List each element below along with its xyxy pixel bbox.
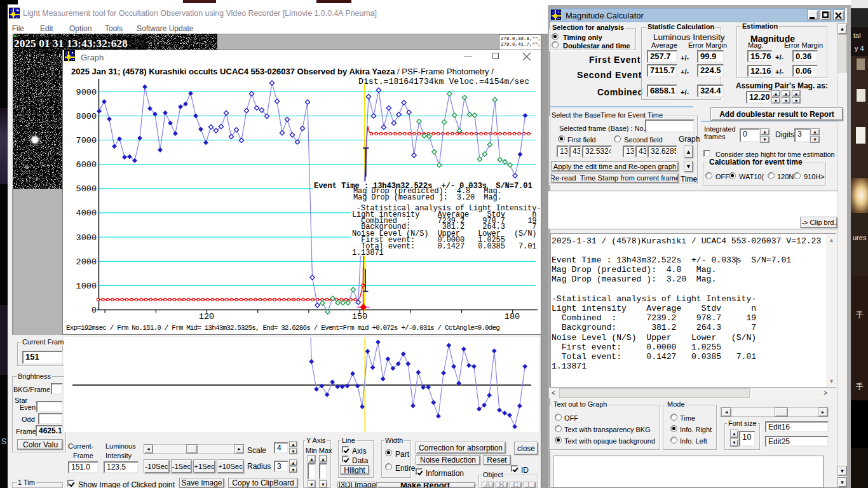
- svg-text:Background: 381.2 264: Background: 381.2 264.3 7: [552, 323, 756, 332]
- svg-text:Event Time : 13h43m32.522s +/: Event Time : 13h43m32.522s +/- 0.033s S/…: [552, 255, 791, 265]
- svg-text:Mag Drop (measured ): 3.20 M: Mag Drop (measured ): 3.20 Mag.: [552, 274, 716, 284]
- svg-text:Light intensity Average: Light intensity Average Stdv n: [552, 304, 756, 313]
- svg-text:First event: 0.0000 1.02: First event: 0.0000 1.0255: [552, 342, 721, 352]
- svg-text:2025-1-31 / (4578)Kurashiki /: 2025-1-31 / (4578)Kurashiki / UCAC4 553-…: [552, 236, 821, 246]
- svg-text:Combined : 7239.2 978: Combined : 7239.2 978.7 19: [552, 313, 756, 323]
- svg-text:Noise Level (N/S) Upper Lo: Noise Level (N/S) Upper Lower (S/N): [552, 333, 756, 342]
- svg-text:-Statistical analysis of Light: -Statistical analysis of Light Intensity…: [552, 294, 756, 304]
- svg-text:1.13871: 1.13871: [552, 362, 587, 371]
- svg-text:Mag Drop (predicted): 4.8 M: Mag Drop (predicted): 4.8 Mag.: [552, 265, 716, 274]
- svg-text:Total event: 0.1427 0.03: Total event: 0.1427 0.0385 7.01: [552, 352, 756, 362]
